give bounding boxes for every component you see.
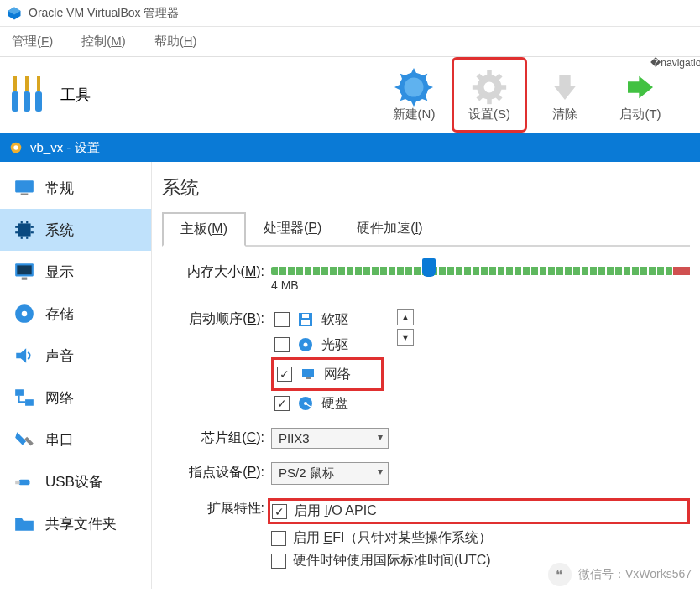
menu-control[interactable]: 控制(M): [81, 34, 126, 49]
menubar: 管理(F) 控制(M) 帮助(H): [0, 27, 700, 56]
settings-content: 系统 主板(M) 处理器(P) 硬件加速(l) 内存大小(M): 4 MB 启动…: [151, 162, 700, 589]
checkbox[interactable]: ✓: [277, 367, 292, 382]
sidebar-item-label: 存储: [45, 304, 74, 324]
system-tabs: 主板(M) 处理器(P) 硬件加速(l): [162, 212, 690, 247]
svg-rect-20: [487, 96, 492, 104]
checkbox[interactable]: [271, 531, 286, 546]
svg-rect-50: [25, 399, 34, 406]
svg-rect-4: [25, 76, 29, 91]
boot-item-harddisk[interactable]: ✓ 硬盘: [271, 393, 384, 414]
boot-item-optical[interactable]: 光驱: [271, 334, 384, 356]
svg-rect-52: [19, 480, 30, 486]
svg-rect-55: [302, 314, 309, 318]
discard-icon: [546, 68, 584, 107]
chipset-select[interactable]: PIIX3: [271, 428, 389, 449]
boot-label: 网络: [324, 366, 351, 383]
settings-sidebar: 常规 系统 显示 存储 声音 网络 串口 USB设备: [0, 162, 151, 589]
discard-button[interactable]: 清除: [527, 57, 603, 133]
folder-icon: [12, 511, 37, 536]
boot-label: 硬盘: [321, 395, 348, 413]
disk-icon: [12, 301, 37, 326]
sidebar-item-shared-folders[interactable]: 共享文件夹: [0, 502, 151, 544]
sidebar-item-label: 系统: [45, 221, 74, 240]
memory-slider[interactable]: 4 MB: [271, 262, 690, 295]
gear-small-icon: [8, 140, 24, 155]
start-icon: [621, 68, 660, 107]
sidebar-item-audio[interactable]: 声音: [0, 335, 151, 377]
settings-button[interactable]: 设置(S): [452, 57, 527, 133]
watermark: ❝ 微信号：VxWorks567: [548, 563, 692, 586]
svg-marker-10: [410, 100, 417, 107]
svg-marker-48: [16, 348, 26, 362]
discard-label: 清除: [552, 107, 577, 122]
chipset-label: 芯片组(C):: [162, 428, 271, 448]
svg-rect-19: [487, 70, 492, 77]
sidebar-item-general[interactable]: 常规: [0, 167, 151, 209]
main-toolbar: 工具 新建(N) 设置(S) 清除 启动(T) �navigati: [0, 56, 700, 133]
sidebar-item-display[interactable]: 显示: [0, 251, 151, 293]
sidebar-item-network[interactable]: 网络: [0, 377, 151, 419]
new-vm-button[interactable]: 新建(N): [376, 57, 452, 133]
usb-icon: [12, 469, 37, 494]
sidebar-item-serial[interactable]: 串口: [0, 419, 151, 460]
boot-label: 软驱: [321, 311, 348, 329]
svg-marker-11: [394, 84, 401, 91]
sidebar-item-label: 网络: [45, 388, 74, 408]
tab-motherboard[interactable]: 主板(M): [162, 212, 246, 247]
boot-label: 光驱: [321, 336, 348, 354]
boot-move-up[interactable]: ▲: [397, 309, 414, 325]
new-icon: [394, 68, 433, 107]
svg-rect-45: [22, 278, 28, 280]
ext-efi[interactable]: 启用 EFI（只针对某些操作系统）: [271, 529, 690, 547]
window-title: Oracle VM VirtualBox 管理器: [29, 6, 179, 21]
checkbox[interactable]: [274, 312, 290, 327]
svg-point-17: [405, 77, 424, 96]
start-label: 启动(T): [619, 107, 661, 122]
settings-header: vb_vx - 设置: [0, 133, 700, 162]
checkbox[interactable]: [271, 554, 286, 569]
ext-utc-label: 硬件时钟使用国际标准时间(UTC): [293, 552, 491, 570]
svg-marker-12: [426, 84, 433, 91]
tab-processor[interactable]: 处理器(P): [246, 212, 339, 245]
monitor-icon: [12, 175, 37, 200]
svg-rect-49: [15, 389, 24, 396]
svg-marker-28: [554, 75, 577, 100]
menu-file[interactable]: 管理(F): [12, 34, 53, 49]
svg-point-31: [13, 145, 18, 149]
boot-move-down[interactable]: ▼: [397, 329, 414, 346]
optical-icon: [296, 336, 315, 354]
svg-rect-6: [37, 76, 40, 91]
checkbox[interactable]: ✓: [272, 504, 287, 519]
svg-rect-53: [15, 481, 19, 484]
slider-handle-icon[interactable]: [422, 258, 436, 277]
ext-ioapic[interactable]: ✓ 启用 I/O APIC: [268, 498, 690, 524]
settings-label: 设置(S): [468, 107, 510, 122]
checkbox[interactable]: [274, 337, 290, 352]
speaker-icon: [12, 343, 37, 368]
svg-rect-32: [15, 180, 34, 192]
svg-rect-2: [13, 76, 17, 91]
svg-marker-29: [628, 75, 653, 98]
svg-rect-22: [499, 85, 506, 90]
tab-acceleration[interactable]: 硬件加速(l): [339, 212, 440, 245]
menu-help[interactable]: 帮助(H): [154, 34, 197, 49]
sidebar-item-storage[interactable]: 存储: [0, 293, 151, 335]
sidebar-item-system[interactable]: 系统: [0, 209, 151, 251]
watermark-text: 微信号：VxWorks567: [578, 567, 692, 582]
wechat-icon: ❝: [548, 563, 572, 586]
start-dropdown-caret[interactable]: �navigationBar▾: [678, 57, 700, 69]
svg-rect-21: [473, 85, 480, 90]
svg-rect-59: [302, 369, 314, 377]
tools-button[interactable]: 工具: [0, 73, 91, 117]
boot-item-network[interactable]: ✓ 网络: [271, 357, 384, 391]
memory-min: 4 MB: [271, 278, 299, 292]
sidebar-item-usb[interactable]: USB设备: [0, 460, 151, 502]
tools-icon: [8, 73, 50, 117]
svg-rect-60: [306, 377, 311, 379]
sidebar-item-label: 显示: [45, 263, 74, 282]
pointing-select[interactable]: PS/2 鼠标: [271, 462, 389, 485]
tools-label: 工具: [60, 85, 91, 105]
boot-item-floppy[interactable]: 软驱: [271, 309, 384, 330]
checkbox[interactable]: ✓: [274, 396, 290, 411]
pointing-label: 指点设备(P):: [162, 462, 271, 482]
